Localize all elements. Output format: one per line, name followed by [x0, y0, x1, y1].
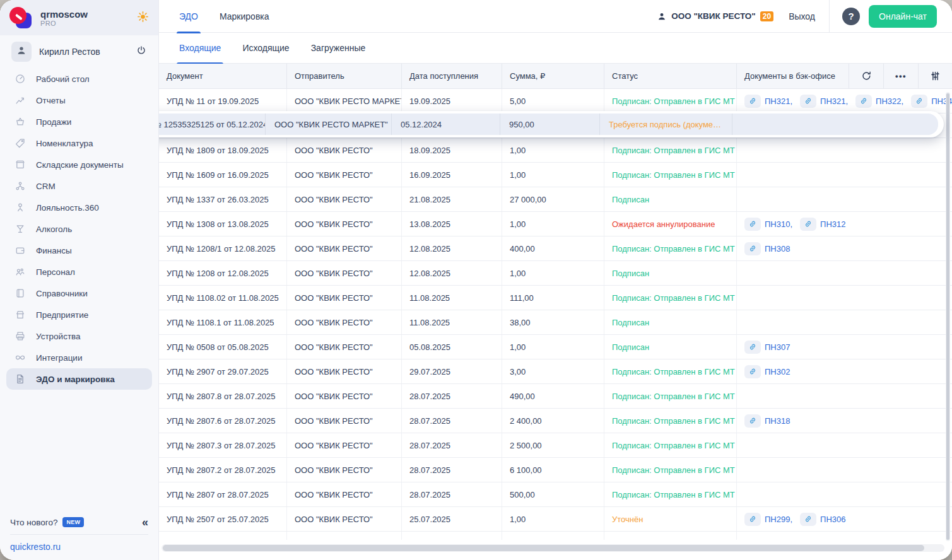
cell-sender: ООО "КВИК РЕСТО МАРКЕТ" [286, 89, 401, 113]
cell-sender: ООО "КВИК РЕСТО" [286, 310, 401, 334]
company-selector[interactable]: ООО "КВИК РЕСТО" 20 [657, 11, 773, 21]
cell-document: УПД № 2507 от 25.07.2025 [159, 507, 286, 531]
table-row[interactable]: УПД № 0508 от 05.08.2025ООО "КВИК РЕСТО"… [159, 335, 952, 359]
backoffice-doc-link[interactable]: ПН310, [765, 219, 792, 229]
cell-document: УПД № 2807.2 от 28.07.2025 [159, 458, 286, 482]
sidebar-item-label: CRM [36, 182, 56, 191]
sidebar-item-alcohol[interactable]: Алкоголь [0, 218, 158, 240]
tab-label: ЭДО [179, 11, 198, 21]
subtab-label: Исходящие [242, 43, 289, 53]
table-row[interactable]: УПД № 2807.8 от 28.07.2025ООО "КВИК РЕСТ… [159, 384, 952, 409]
backoffice-doc-link[interactable]: ПН299, [765, 515, 792, 524]
vertical-scrollbar-thumb[interactable] [946, 93, 949, 540]
sidebar-item-edo[interactable]: ЭДО и маркировка [6, 368, 152, 390]
table-row[interactable]: УПД № 2507 от 25.07.2025ООО "КВИК РЕСТО"… [159, 507, 952, 532]
link-icon [744, 414, 761, 428]
subtab-incoming[interactable]: Входящие [179, 33, 221, 64]
column-header: Статус [604, 64, 736, 88]
table-row[interactable]: УПД № 1337 от 26.03.2025ООО "КВИК РЕСТО"… [159, 187, 952, 212]
table-row[interactable]: УПД № 1108.02 от 11.08.2025ООО "КВИК РЕС… [159, 286, 952, 310]
table-row[interactable]: УПД № 1208/1 от 12.08.2025ООО "КВИК РЕСТ… [159, 236, 952, 261]
cell-document: УПД № 2907 от 29.07.2025 [159, 359, 286, 383]
table-row[interactable]: УПД № 2807.2 от 28.07.2025ООО "КВИК РЕСТ… [159, 458, 952, 482]
cell-date: 05.12.2024 [391, 114, 500, 135]
refresh-button[interactable] [849, 64, 883, 88]
table-row[interactable]: УПД № 2907 от 29.07.2025ООО "КВИК РЕСТО"… [159, 359, 952, 384]
cell-amount: 3,00 [502, 359, 604, 383]
sidebar-item-devices[interactable]: Устройства [0, 325, 158, 347]
cell-date: 18.09.2025 [401, 138, 502, 162]
new-badge: NEW [62, 517, 84, 527]
tab-edo[interactable]: ЭДО [179, 0, 198, 33]
horizontal-scrollbar[interactable] [162, 544, 944, 552]
floating-row-card[interactable]: УПД № 12535325125 от 05.12.2024 ООО "КВИ… [159, 111, 944, 137]
sidebar-item-staff[interactable]: Персонал [0, 261, 158, 283]
backoffice-doc-link[interactable]: ПН308 [765, 244, 790, 254]
nomenclature-icon [14, 137, 26, 149]
logout-link[interactable]: Выход [789, 11, 815, 21]
backoffice-doc-link[interactable]: ПН322, [876, 96, 903, 106]
sidebar-item-finance[interactable]: Финансы [0, 240, 158, 261]
sidebar-item-loyalty[interactable]: Лояльность.360 [0, 197, 158, 218]
column-header: Документы в бэк-офисе [736, 64, 849, 88]
cell-status: Подписан: Отправлен в ГИС МТ [604, 482, 736, 506]
app-window: qrmoscow PRO Кирилл Рестов Рабочий столО… [0, 0, 952, 560]
main-area: ЭДО Маркировка ООО "КВИК РЕСТО" 20 Выход… [159, 0, 952, 560]
table-settings-button[interactable] [918, 64, 952, 88]
online-chat-button[interactable]: Онлайн-чат [869, 5, 937, 28]
table-row[interactable]: УПД № 2807.3 от 28.07.2025ООО "КВИК РЕСТ… [159, 433, 952, 458]
column-header: Документ [159, 64, 286, 88]
sun-icon [136, 10, 150, 26]
vertical-scrollbar[interactable] [946, 92, 950, 541]
table-row[interactable]: УПД № 1208 от 12.08.2025ООО "КВИК РЕСТО"… [159, 261, 952, 286]
help-button[interactable]: ? [842, 8, 860, 25]
backoffice-doc-link[interactable]: ПН312 [820, 219, 845, 229]
subtab-outgoing[interactable]: Исходящие [242, 33, 289, 64]
backoffice-doc-link[interactable]: ПН306 [820, 515, 845, 524]
sidebar-item-crm[interactable]: CRM [0, 175, 158, 197]
sidebar-item-label: Интеграции [36, 353, 82, 363]
cell-backoffice-docs [736, 261, 952, 285]
cell-amount: 1,00 [502, 261, 604, 285]
table-row[interactable]: УПД № 2807.6 от 28.07.2025ООО "КВИК РЕСТ… [159, 409, 952, 433]
backoffice-doc-link[interactable]: ПН318 [765, 416, 790, 426]
cell-status: Подписан [604, 335, 736, 359]
collapse-sidebar-button[interactable]: « [142, 516, 148, 529]
table-row[interactable]: УПД № 11 от 19.09.2025ООО "КВИК РЕСТО МА… [159, 89, 952, 114]
logout-power-button[interactable] [136, 45, 147, 59]
sidebar-item-label: Справочники [36, 289, 88, 298]
backoffice-doc-link[interactable]: ПН302 [765, 367, 790, 376]
user-row[interactable]: Кирилл Рестов [0, 40, 158, 63]
sidebar-footer: Что нового? NEW « quickresto.ru [0, 510, 158, 560]
app-logo [9, 6, 33, 30]
backoffice-doc-link[interactable]: ПН321, [820, 96, 848, 106]
table-row[interactable]: УПД № 1809 от 18.09.2025ООО "КВИК РЕСТО"… [159, 138, 952, 163]
site-link[interactable]: quickresto.ru [10, 542, 61, 552]
cell-status: Подписан [604, 187, 736, 211]
link-icon [800, 218, 816, 231]
sidebar-item-reports[interactable]: Отчеты [0, 90, 158, 111]
cell-amount: 950,00 [500, 114, 599, 135]
sidebar-item-warehouse[interactable]: Складские документы [0, 154, 158, 175]
table-row[interactable]: УПД № 1108.1 от 11.08.2025ООО "КВИК РЕСТ… [159, 310, 952, 335]
sidebar-item-nomenclature[interactable]: Номенклатура [0, 132, 158, 154]
table-row[interactable]: УПД № 1308 от 13.08.2025ООО "КВИК РЕСТО"… [159, 212, 952, 236]
horizontal-scrollbar-thumb[interactable] [163, 545, 924, 551]
more-actions-button[interactable]: ••• [883, 64, 918, 88]
sidebar-item-integrations[interactable]: Интеграции [0, 347, 158, 368]
whats-new-link[interactable]: Что нового? [10, 518, 57, 527]
sidebar-item-dashboard[interactable]: Рабочий стол [0, 68, 158, 90]
sidebar-item-directory[interactable]: Справочники [0, 283, 158, 304]
backoffice-doc-link[interactable]: ПН321, [765, 96, 792, 106]
theme-toggle[interactable] [136, 10, 150, 26]
cell-date: 28.07.2025 [401, 384, 502, 408]
column-header: Отправитель [286, 64, 401, 88]
sidebar-item-enterprise[interactable]: Предприятие [0, 304, 158, 325]
table-row[interactable]: УПД № 2807 от 28.07.2025ООО "КВИК РЕСТО"… [159, 482, 952, 507]
sidebar-item-sales[interactable]: Продажи [0, 111, 158, 132]
backoffice-doc-link[interactable]: ПН307 [765, 342, 790, 352]
subtab-uploaded[interactable]: Загруженные [311, 33, 366, 64]
tab-markirovka[interactable]: Маркировка [220, 0, 269, 33]
cell-backoffice-docs: ПН321,ПН321,ПН322,ПН346, [736, 89, 952, 113]
table-row[interactable]: УПД № 1609 от 16.09.2025ООО "КВИК РЕСТО"… [159, 163, 952, 187]
